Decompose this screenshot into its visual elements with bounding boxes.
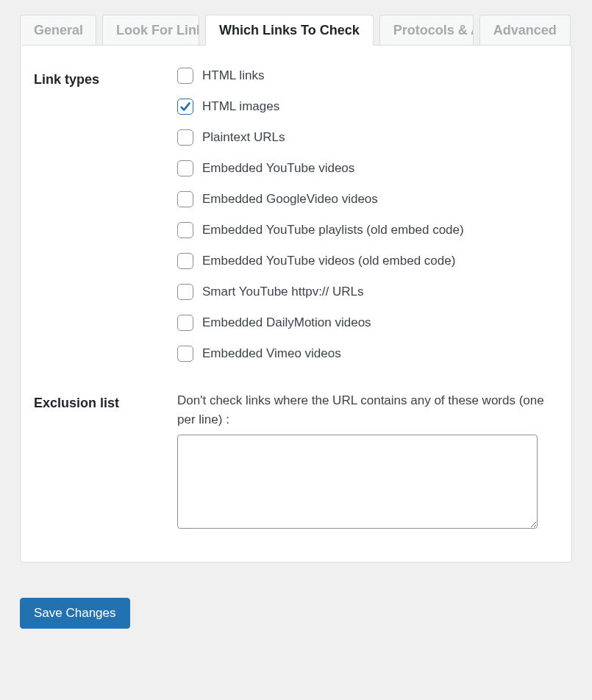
tab-general[interactable]: General (20, 15, 96, 46)
link-type-label: Embedded YouTube playlists (old embed co… (202, 223, 464, 238)
link-type-item[interactable]: HTML links (177, 68, 558, 84)
link-type-item[interactable]: Smart YouTube httpv:// URLs (177, 284, 558, 300)
save-changes-button[interactable]: Save Changes (20, 598, 130, 629)
link-types-list: HTML linksHTML imagesPlaintext URLsEmbed… (177, 68, 558, 362)
link-type-label: HTML images (202, 99, 279, 114)
checkbox[interactable] (177, 222, 193, 238)
row-exclusion-list: Exclusion list Don't check links where t… (34, 391, 558, 532)
tab-protocols-and-apis[interactable]: Protocols & APIs (379, 15, 474, 46)
link-type-label: Plaintext URLs (202, 130, 285, 145)
link-type-item[interactable]: Embedded GoogleVideo videos (177, 191, 558, 207)
checkbox[interactable] (177, 346, 193, 362)
link-type-label: Embedded DailyMotion videos (202, 315, 371, 330)
checkbox[interactable] (177, 68, 193, 84)
link-type-label: Embedded Vimeo videos (202, 346, 341, 361)
tab-look-for-links-in[interactable]: Look For Links In (102, 15, 199, 46)
checkbox[interactable] (177, 253, 193, 269)
exclusion-list-textarea[interactable] (177, 435, 538, 529)
checkbox[interactable] (177, 99, 193, 115)
checkbox[interactable] (177, 191, 193, 207)
link-type-item[interactable]: Embedded YouTube videos (177, 160, 558, 176)
row-link-types: Link types HTML linksHTML imagesPlaintex… (34, 68, 558, 362)
link-type-item[interactable]: Embedded Vimeo videos (177, 346, 558, 362)
link-type-item[interactable]: Embedded YouTube playlists (old embed co… (177, 222, 558, 238)
tab-bar: General Look For Links In Which Links To… (0, 0, 592, 46)
link-type-item[interactable]: Embedded DailyMotion videos (177, 315, 558, 331)
link-type-item[interactable]: Embedded YouTube videos (old embed code) (177, 253, 558, 269)
link-type-label: Embedded YouTube videos (202, 161, 354, 176)
tab-advanced[interactable]: Advanced (479, 15, 571, 46)
checkbox[interactable] (177, 160, 193, 176)
link-types-heading: Link types (34, 68, 177, 88)
checkbox[interactable] (177, 315, 193, 331)
link-type-label: Embedded GoogleVideo videos (202, 192, 378, 207)
checkbox[interactable] (177, 284, 193, 300)
link-type-label: HTML links (202, 68, 264, 83)
settings-panel: Link types HTML linksHTML imagesPlaintex… (20, 45, 572, 562)
checkbox[interactable] (177, 129, 193, 146)
link-type-item[interactable]: Plaintext URLs (177, 129, 558, 146)
link-type-label: Smart YouTube httpv:// URLs (202, 285, 364, 299)
tab-which-links-to-check[interactable]: Which Links To Check (205, 15, 374, 46)
link-type-label: Embedded YouTube videos (old embed code) (202, 254, 455, 268)
exclusion-list-heading: Exclusion list (34, 391, 177, 411)
exclusion-list-description: Don't check links where the URL contains… (177, 391, 558, 430)
link-type-item[interactable]: HTML images (177, 99, 558, 115)
